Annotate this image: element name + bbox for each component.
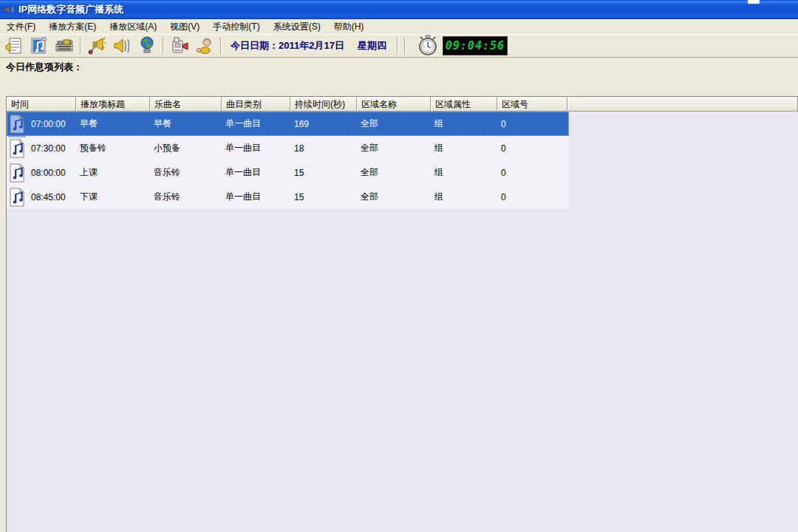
cell-time: 07:00:00 [27,119,76,129]
network-globe-button[interactable] [134,35,160,57]
cell-title: 早餐 [76,117,150,130]
column-header-duration[interactable]: 持续时间(秒) [290,97,357,112]
window-title: IP网络数字音频广播系统 [18,3,123,16]
cell-category: 单一曲目 [222,191,290,203]
cell-zone-no: 0 [497,192,567,202]
menu-help[interactable]: 帮助(H) [327,18,371,35]
column-header-zone-name[interactable]: 区域名称 [357,97,431,112]
cell-zone: 全部 [357,142,431,154]
cell-zone: 全部 [357,166,431,179]
stopwatch-icon [417,35,438,57]
weekday-label: 星期四 [358,39,386,52]
announce-mic-button[interactable] [84,35,109,57]
schedule-list-icon [5,37,23,55]
column-header-filler [567,97,798,112]
cell-time: 08:00:00 [27,168,76,178]
toolbar-separator [80,37,81,55]
network-globe-icon [138,36,156,55]
note-file-icon [7,188,27,207]
titlebar-notch [748,0,760,4]
title-bar: IP网络数字音频广播系统 [0,0,798,19]
cell-title: 下课 [76,191,150,203]
cell-zone: 全部 [357,191,431,203]
toolbar-separator [220,37,222,55]
menu-play-scheme[interactable]: 播放方案(E) [42,18,103,35]
cell-title: 上课 [76,166,150,179]
user-button[interactable] [192,35,217,57]
cell-zone-no: 0 [497,168,567,178]
cell-track: 音乐铃 [150,191,222,203]
record-device-button[interactable] [167,35,192,57]
cell-title: 预备铃 [76,142,150,154]
schedule-list-button[interactable] [1,35,27,57]
toolbar-separator [163,37,164,55]
announce-mic-icon [87,36,106,55]
cell-duration: 15 [290,192,357,202]
menu-play-zone[interactable]: 播放区域(A) [103,18,163,35]
cell-duration: 15 [290,168,357,178]
cell-zone-attr: 组 [431,142,497,154]
app-icon [3,4,15,16]
toolbar-separator [404,37,406,55]
cell-category: 单一曲目 [222,142,290,154]
device-panel-icon [55,37,74,55]
table-row[interactable]: 07:00:00 早餐 早餐 单一曲目 169 全部 组 0 [7,112,569,136]
menu-bar: 文件(F) 播放方案(E) 播放区域(A) 视图(V) 手动控制(T) 系统设置… [0,19,798,34]
listview-body: 07:00:00 早餐 早餐 单一曲目 169 全部 组 0 07:30:00 … [7,112,798,532]
cell-zone-attr: 组 [431,166,497,179]
menu-manual-control[interactable]: 手动控制(T) [206,18,266,35]
menu-system-settings[interactable]: 系统设置(S) [267,18,327,35]
column-header-time[interactable]: 时间 [7,97,76,112]
cell-category: 单一曲目 [222,166,290,179]
table-row[interactable]: 08:00:00 上课 音乐铃 单一曲目 15 全部 组 0 [7,160,569,185]
cell-time: 07:30:00 [27,143,76,154]
cell-track: 音乐铃 [150,166,222,179]
column-header-zone-no[interactable]: 区域号 [497,97,567,112]
music-file-icon [30,37,48,55]
schedule-listview: 时间 播放项标题 乐曲名 曲目类别 持续时间(秒) 区域名称 区域属性 区域号 … [6,96,798,532]
user-icon [195,36,214,55]
digital-clock: 09:04:56 [443,36,508,55]
speaker-volume-button[interactable] [109,35,134,57]
note-file-icon [7,139,27,158]
cell-zone-no: 0 [497,119,567,129]
speaker-volume-icon [112,36,132,55]
table-row[interactable]: 08:45:00 下课 音乐铃 单一曲目 15 全部 组 0 [7,185,569,209]
column-header-track[interactable]: 乐曲名 [150,97,222,112]
cell-zone-attr: 组 [431,117,497,130]
cell-zone: 全部 [357,117,431,130]
column-header-zone-attr[interactable]: 区域属性 [431,97,497,112]
column-header-category[interactable]: 曲目类别 [222,97,290,112]
device-panel-button[interactable] [52,35,77,57]
cell-zone-no: 0 [497,143,567,154]
music-file-button[interactable] [27,35,52,57]
column-header-title[interactable]: 播放项标题 [76,97,150,112]
cell-duration: 18 [290,143,357,154]
menu-file[interactable]: 文件(F) [0,18,42,35]
note-file-icon [7,163,27,183]
date-label: 今日日期：2011年2月17日 [231,39,344,52]
note-file-icon [7,115,27,134]
cell-track: 小预备 [150,142,222,154]
section-label: 今日作息项列表： [6,61,83,74]
cell-duration: 169 [290,119,357,129]
toolbar: 今日日期：2011年2月17日 星期四 09:04:56 [0,34,798,58]
menu-view[interactable]: 视图(V) [163,18,206,35]
date-display: 今日日期：2011年2月17日 星期四 [231,39,386,52]
cell-time: 08:45:00 [27,192,76,202]
cell-track: 早餐 [150,117,222,130]
record-device-icon [170,36,189,55]
cell-category: 单一曲目 [222,117,290,130]
listview-header: 时间 播放项标题 乐曲名 曲目类别 持续时间(秒) 区域名称 区域属性 区域号 [7,97,798,112]
toolbar-separator [397,37,398,55]
cell-zone-attr: 组 [431,191,497,203]
table-row[interactable]: 07:30:00 预备铃 小预备 单一曲目 18 全部 组 0 [7,136,569,160]
